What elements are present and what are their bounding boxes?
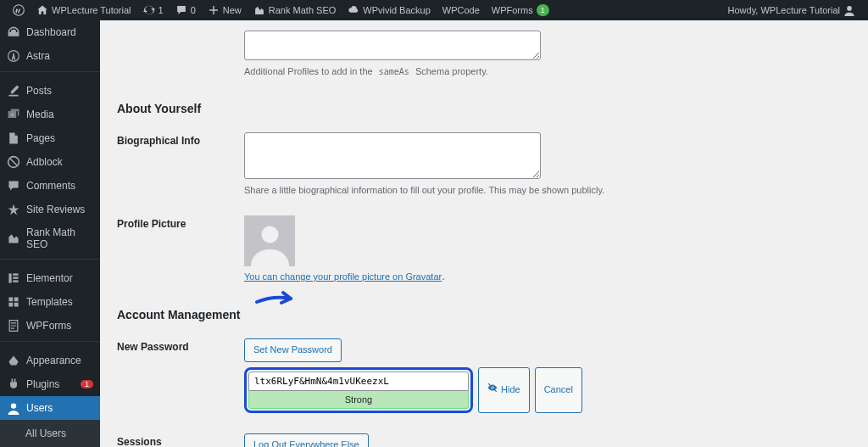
svg-rect-6 [13,273,18,275]
menu-dashboard[interactable]: Dashboard [0,20,100,44]
avatar-icon [843,4,855,16]
bio-desc: Share a little biographical information … [244,185,843,195]
rank-math-label: Rank Math SEO [269,5,336,15]
submenu-add-user[interactable]: Add New User [0,444,100,447]
set-new-password-button[interactable]: Set New Password [244,338,342,362]
menu-elementor[interactable]: Elementor [0,266,100,290]
cancel-password-button[interactable]: Cancel [535,367,582,413]
password-input[interactable] [248,372,469,391]
plugins-badge: 1 [81,380,93,388]
eye-slash-icon [487,383,498,398]
menu-pages[interactable]: Pages [0,126,100,150]
sessions-label: Sessions [117,423,244,447]
wpcode-label: WPCode [442,5,480,15]
account-mgmt-heading: Account Management [117,308,851,321]
new-label: New [223,5,242,15]
site-title-text: WPLecture Tutorial [52,5,131,15]
svg-point-3 [11,113,14,115]
wpforms-badge: 1 [537,4,549,16]
menu-templates[interactable]: Templates [0,290,100,314]
svg-rect-7 [13,277,18,278]
users-submenu: All Users Add New User Profile [0,420,100,447]
svg-rect-8 [13,280,18,282]
updates-count: 1 [159,5,164,15]
menu-adblock[interactable]: Adblock [0,150,100,174]
svg-point-1 [847,6,852,11]
additional-profiles-desc: Additional Profiles to add in the sameAs… [244,66,843,76]
comments-count: 0 [191,5,196,15]
bio-label: Biographical Info [117,122,244,205]
wpcode-bar[interactable]: WPCode [437,0,486,20]
wpforms-label: WPForms [492,5,533,15]
rank-math-bar[interactable]: Rank Math SEO [248,0,342,20]
svg-point-9 [11,403,16,408]
wp-logo[interactable] [7,0,31,20]
wpvivid-label: WPvivid Backup [363,5,430,15]
svg-point-0 [14,5,25,16]
gravatar-link[interactable]: You can change your profile picture on G… [244,271,442,282]
new-password-label: New Password [117,328,244,423]
hide-password-button[interactable]: Hide [478,367,530,413]
wpforms-bar[interactable]: WPForms1 [486,0,555,20]
svg-point-23 [261,226,278,243]
password-strength: Strong [248,391,469,409]
menu-plugins[interactable]: Plugins1 [0,372,100,396]
howdy-text: Howdy, WPLecture Tutorial [728,5,840,15]
menu-rank-math[interactable]: Rank Math SEO [0,221,100,255]
menu-astra[interactable]: Astra [0,44,100,68]
updates[interactable]: 1 [137,0,170,20]
new-content[interactable]: New [202,0,248,20]
password-highlight-box: Strong [244,367,473,413]
picture-label: Profile Picture [117,205,244,293]
additional-profiles-textarea[interactable] [244,31,541,60]
svg-rect-5 [8,273,11,282]
submenu-all-users[interactable]: All Users [0,423,100,444]
menu-site-reviews[interactable]: Site Reviews [0,198,100,221]
wpvivid-bar[interactable]: WPvivid Backup [342,0,436,20]
about-yourself-heading: About Yourself [117,102,851,115]
howdy-account[interactable]: Howdy, WPLecture Tutorial [722,0,861,20]
site-name[interactable]: WPLecture Tutorial [31,0,137,20]
logout-everywhere-button[interactable]: Log Out Everywhere Else [244,433,369,447]
menu-users[interactable]: Users [0,396,100,420]
menu-appearance[interactable]: Appearance [0,349,100,372]
avatar [244,215,295,266]
comments-bar[interactable]: 0 [170,0,202,20]
menu-wpforms[interactable]: WPForms [0,314,100,338]
menu-comments[interactable]: Comments [0,174,100,198]
menu-media[interactable]: Media [0,103,100,126]
bio-textarea[interactable] [244,132,541,179]
menu-posts[interactable]: Posts [0,79,100,103]
